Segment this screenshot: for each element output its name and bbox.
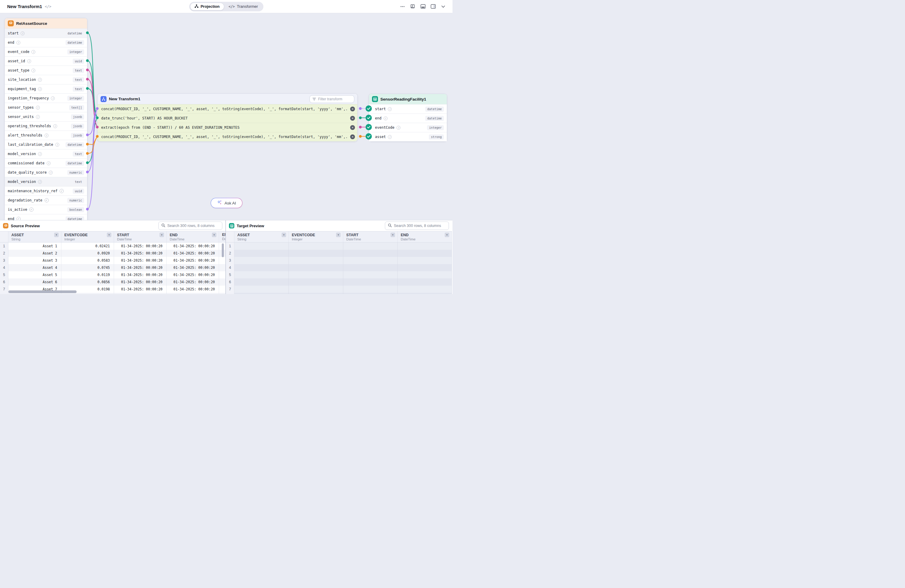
table-cell[interactable]: 01-34-2025: 00:00:20	[114, 278, 167, 286]
tab-transformer[interactable]: </> Transformer	[224, 3, 262, 10]
column-dropdown-icon[interactable]: ▾	[391, 233, 395, 237]
column-dropdown-icon[interactable]: ▾	[212, 233, 216, 237]
ask-ai-button[interactable]: Ask AI	[211, 198, 243, 208]
column-dropdown-icon[interactable]: ▾	[282, 233, 286, 237]
source-node-header[interactable]: RelAssetSource	[5, 18, 87, 29]
table-cell[interactable]: 0.0856	[61, 278, 114, 286]
table-cell-empty[interactable]	[234, 250, 289, 257]
table-cell[interactable]: 0.0583	[61, 257, 114, 264]
table-cell[interactable]: 01-34-2025: 00:00:20	[114, 250, 167, 257]
table-cell-empty[interactable]	[343, 293, 398, 294]
table-cell[interactable]: 01-34-2025: 00:00:20	[114, 264, 167, 271]
column-header[interactable]: START▾DateTime	[343, 231, 398, 242]
info-icon[interactable]: i	[47, 161, 51, 165]
table-row[interactable]: 8	[226, 293, 452, 294]
info-icon[interactable]: i	[49, 171, 53, 175]
source-field-row[interactable]: event_codeiinteger	[5, 47, 87, 56]
collapse-chevron-icon[interactable]	[441, 4, 446, 9]
table-cell-empty[interactable]	[289, 250, 343, 257]
info-icon[interactable]: i	[27, 59, 31, 63]
source-field-row[interactable]: maintenance_history_ref✓uuid	[5, 186, 87, 195]
function-library-icon[interactable]	[410, 4, 415, 9]
table-cell[interactable]: 01-34-2025: 00:00:20	[114, 293, 167, 294]
table-row[interactable]: 5Asset 50.011901-34-2025: 00:00:2001-34-…	[0, 271, 225, 278]
transform-output-port-dot[interactable]	[359, 107, 362, 110]
table-cell[interactable]	[219, 293, 226, 294]
column-header[interactable]: START▾DateTime	[114, 231, 167, 242]
target-field-row[interactable]: eventCodeiinteger	[369, 123, 447, 132]
table-cell-empty[interactable]	[234, 257, 289, 264]
table-cell-empty[interactable]	[343, 264, 398, 271]
horizontal-scrollbar[interactable]	[8, 291, 76, 293]
info-icon[interactable]: i	[38, 78, 42, 82]
expression-row[interactable]: concat(PRODUCT_ID, '_', CUSTOMER_NAME, '…	[98, 104, 357, 113]
table-cell[interactable]	[219, 278, 226, 286]
table-cell[interactable]: 0.0920	[61, 250, 114, 257]
transform-output-port-dot[interactable]	[359, 135, 362, 138]
table-cell-empty[interactable]	[343, 257, 398, 264]
table-row[interactable]: 3	[226, 257, 452, 264]
target-preview-search[interactable]	[385, 222, 449, 230]
source-field-row[interactable]: sensor_typesitext[]	[5, 103, 87, 112]
info-icon[interactable]: i	[16, 41, 21, 44]
table-cell-empty[interactable]	[343, 286, 398, 293]
table-cell-empty[interactable]	[398, 257, 452, 264]
source-field-row[interactable]: startidatetime	[5, 29, 87, 38]
table-cell[interactable]: 01-34-2025: 00:00:20	[167, 250, 219, 257]
table-cell[interactable]: 01-34-2025: 00:00:20	[114, 243, 167, 250]
code-icon[interactable]: </>	[45, 5, 51, 9]
source-field-row[interactable]: degradation_rate✓numeric	[5, 195, 87, 205]
info-icon[interactable]: i	[32, 68, 35, 72]
remove-expression-button[interactable]: ✕	[350, 125, 355, 130]
column-dropdown-icon[interactable]: ▾	[159, 233, 164, 237]
table-cell[interactable]: 01-34-2025: 00:00:20	[167, 243, 219, 250]
toggle-bottom-panel-icon[interactable]	[420, 4, 426, 9]
source-field-row[interactable]: equipment_tagitext	[5, 84, 87, 94]
table-cell-empty[interactable]	[234, 243, 289, 250]
check-circle-icon[interactable]: ✓	[29, 208, 33, 212]
more-options-icon[interactable]	[400, 4, 405, 9]
source-field-row[interactable]: endidatetime	[5, 38, 87, 47]
remove-expression-button[interactable]: ✕	[350, 116, 355, 121]
table-cell-empty[interactable]	[289, 293, 343, 294]
source-field-row[interactable]: alert_thresholdsijsonb	[5, 130, 87, 140]
remove-expression-button[interactable]: ✕	[350, 106, 355, 111]
info-icon[interactable]: i	[21, 32, 25, 35]
filter-transform-input[interactable]	[310, 95, 354, 103]
table-cell[interactable]: Asset 2	[8, 250, 61, 257]
source-field-row[interactable]: commissioned dateidatetime	[5, 158, 87, 168]
table-row[interactable]: 4	[226, 264, 452, 271]
source-node[interactable]: RelAssetSource startidatetimeendidatetim…	[5, 18, 87, 220]
table-cell-empty[interactable]	[289, 278, 343, 286]
table-cell[interactable]	[219, 271, 226, 278]
info-icon[interactable]: i	[32, 50, 35, 54]
vertical-scrollbar[interactable]	[222, 243, 224, 257]
check-circle-icon[interactable]: ✓	[60, 189, 64, 193]
table-cell[interactable]: Asset 6	[8, 278, 61, 286]
table-cell[interactable]	[219, 286, 226, 293]
transform-output-port-dot[interactable]	[359, 116, 362, 119]
column-header[interactable]: ASSET▾String	[234, 231, 289, 242]
source-field-row[interactable]: sensor_unitsijsonb	[5, 112, 87, 121]
table-row[interactable]: 7	[226, 286, 452, 293]
info-icon[interactable]: i	[38, 152, 42, 156]
info-icon[interactable]: i	[36, 115, 40, 119]
toggle-right-panel-icon[interactable]	[430, 4, 436, 9]
table-cell-empty[interactable]	[234, 278, 289, 286]
table-cell-empty[interactable]	[343, 278, 398, 286]
tab-projection[interactable]: Projection	[190, 3, 224, 11]
table-cell-empty[interactable]	[398, 286, 452, 293]
info-icon[interactable]: i	[38, 180, 42, 184]
info-icon[interactable]: i	[51, 96, 55, 100]
table-cell[interactable]: 0.02421	[61, 243, 114, 250]
info-icon[interactable]: i	[36, 106, 40, 110]
table-cell[interactable]: 01-34-2025: 00:00:20	[114, 271, 167, 278]
info-icon[interactable]: i	[388, 107, 392, 111]
table-row[interactable]: 4Asset 40.074501-34-2025: 00:00:2001-34-…	[0, 264, 225, 271]
table-cell-empty[interactable]	[234, 271, 289, 278]
table-cell-empty[interactable]	[234, 293, 289, 294]
target-field-row[interactable]: startidatetime	[369, 104, 447, 113]
target-preview-search-input[interactable]	[394, 224, 446, 228]
table-cell[interactable]: 01-34-2025: 00:00:20	[167, 271, 219, 278]
source-field-row[interactable]: ingestion_frequencyiinteger	[5, 94, 87, 103]
